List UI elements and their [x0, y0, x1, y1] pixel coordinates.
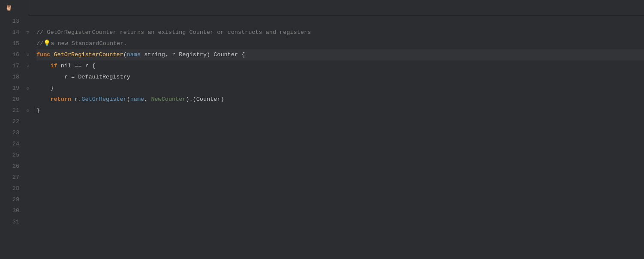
- code-line: [36, 116, 644, 127]
- token: name: [127, 49, 141, 60]
- gutter-cell[interactable]: ▽: [24, 60, 32, 72]
- token: NewCounter: [151, 94, 186, 105]
- gutters: ▽▽▽◇◇: [24, 16, 32, 259]
- token: // GetOrRegisterCounter returns an exist…: [36, 27, 311, 38]
- gutter-cell: [24, 205, 32, 217]
- line-number: 23: [0, 127, 19, 139]
- line-number: 31: [0, 217, 19, 228]
- token: nil == r {: [57, 60, 96, 72]
- token: GetOrRegister: [81, 94, 126, 105]
- code-area[interactable]: // GetOrRegisterCounter returns an exist…: [32, 16, 644, 259]
- gutter-cell: [24, 116, 32, 127]
- token: GetOrRegisterCounter: [54, 49, 123, 60]
- token: }: [36, 105, 40, 116]
- code-line: [36, 127, 644, 139]
- code-line: return r.GetOrRegister(name, NewCounter)…: [36, 94, 644, 105]
- code-line: }: [36, 83, 644, 94]
- gutter-cell: [24, 183, 32, 194]
- gutter-cell: [24, 161, 32, 172]
- editor-container: 13141516171819202122232425262728293031 ▽…: [0, 16, 644, 259]
- gutter-cell: [24, 139, 32, 150]
- line-number: 17: [0, 60, 19, 72]
- code-line: [36, 217, 644, 228]
- gutter-cell: [24, 38, 32, 49]
- line-number: 19: [0, 83, 19, 94]
- tab-bar: 🦉: [0, 0, 644, 16]
- gutter-cell: [24, 217, 32, 228]
- line-number: 18: [0, 72, 19, 83]
- tab-counter-go[interactable]: 🦉: [0, 0, 29, 16]
- token: 💡: [43, 38, 51, 49]
- token: //: [36, 38, 43, 49]
- token: }: [36, 83, 54, 94]
- gutter-cell: [24, 150, 32, 161]
- gutter-cell: [24, 127, 32, 139]
- token: a new StandardCounter.: [51, 38, 127, 49]
- token: r = DefaultRegistry: [36, 72, 130, 83]
- line-number: 26: [0, 161, 19, 172]
- code-line: [36, 172, 644, 183]
- code-line: // GetOrRegisterCounter returns an exist…: [36, 27, 644, 38]
- line-number: 30: [0, 205, 19, 217]
- token: string, r Registry) Counter {: [141, 49, 245, 60]
- code-line: [36, 194, 644, 205]
- gutter-cell: [24, 94, 32, 105]
- token: [36, 94, 50, 105]
- token: if: [50, 60, 57, 72]
- gutter-cell: [24, 16, 32, 27]
- token: (: [123, 49, 127, 60]
- gutter-cell[interactable]: ◇: [24, 105, 32, 116]
- gutter-cell: [24, 172, 32, 183]
- token: name: [130, 94, 144, 105]
- line-number: 29: [0, 194, 19, 205]
- line-number: 21: [0, 105, 19, 116]
- code-line: func GetOrRegisterCounter(name string, r…: [36, 49, 644, 60]
- token: ,: [144, 94, 151, 105]
- line-numbers: 13141516171819202122232425262728293031: [0, 16, 24, 259]
- line-number: 15: [0, 38, 19, 49]
- gutter-cell: [24, 194, 32, 205]
- token: [36, 60, 50, 72]
- code-line: [36, 161, 644, 172]
- gutter-cell[interactable]: ◇: [24, 83, 32, 94]
- line-number: 22: [0, 116, 19, 127]
- code-line: [36, 16, 644, 27]
- code-line: }: [36, 105, 644, 116]
- code-line: //💡a new StandardCounter.: [36, 38, 644, 49]
- token: (: [127, 94, 130, 105]
- line-number: 13: [0, 16, 19, 27]
- code-line: [36, 150, 644, 161]
- gutter-cell[interactable]: ▽: [24, 49, 32, 60]
- code-line: [36, 183, 644, 194]
- line-number: 20: [0, 94, 19, 105]
- token: r.: [71, 94, 81, 105]
- code-line: if nil == r {: [36, 60, 644, 72]
- code-line: [36, 139, 644, 150]
- go-file-icon: 🦉: [5, 4, 12, 11]
- gutter-cell: [24, 72, 32, 83]
- line-number: 16: [0, 49, 19, 60]
- line-number: 24: [0, 139, 19, 150]
- line-number: 28: [0, 183, 19, 194]
- line-number: 27: [0, 172, 19, 183]
- token: ).(Counter): [186, 94, 224, 105]
- line-number: 14: [0, 27, 19, 38]
- tab-close-button[interactable]: [18, 5, 24, 11]
- code-line: [36, 205, 644, 217]
- token: return: [50, 94, 71, 105]
- line-number: 25: [0, 150, 19, 161]
- gutter-cell[interactable]: ▽: [24, 27, 32, 38]
- code-line: r = DefaultRegistry: [36, 72, 644, 83]
- token: func: [36, 49, 54, 60]
